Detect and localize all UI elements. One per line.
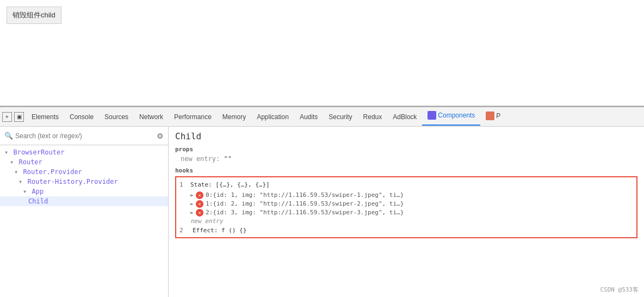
arrow-icon: ▾ — [14, 168, 18, 176]
settings-icon[interactable]: ⚙ — [157, 132, 164, 140]
search-icon: 🔍 — [4, 132, 13, 140]
delete-icon-2[interactable]: ✕ — [196, 209, 203, 216]
tab-components[interactable]: Components — [422, 108, 480, 126]
hooks-box: 1 State: [{…}, {…}, {…}] ► ✕ 0 : {id: 1,… — [175, 176, 637, 238]
tab-p[interactable]: P — [480, 108, 506, 125]
component-tree-panel: 🔍 ⚙ ▾ BrowserRouter ▾ Router ▾ Router.Pr… — [0, 127, 169, 297]
hook-item-2-value: 2 — [206, 209, 209, 216]
component-tree: ▾ BrowserRouter ▾ Router ▾ Router.Provid… — [0, 145, 168, 297]
component-label: BrowserRouter — [13, 148, 64, 156]
hook1-row: 1 State: [{…}, {…}, {…}] — [179, 181, 633, 190]
component-label: Router — [18, 158, 42, 166]
devtools-tabbar: ⌖ ▣ Elements Console Sources Network Per… — [0, 107, 644, 127]
tree-item-router[interactable]: ▾ Router — [0, 157, 168, 167]
delete-icon-0[interactable]: ✕ — [196, 191, 203, 199]
tab-sources[interactable]: Sources — [99, 110, 134, 124]
new-entry-hooks: new entry — [190, 218, 633, 225]
new-entry-key: new entry: — [181, 155, 220, 163]
components-icon — [428, 111, 436, 120]
hook2-number: 2 — [179, 227, 188, 234]
delete-icon-1[interactable]: ✕ — [196, 200, 203, 208]
hook2-row: 2 Effect: f () {} — [179, 227, 633, 234]
devtools-main: 🔍 ⚙ ▾ BrowserRouter ▾ Router ▾ Router.Pr… — [0, 127, 644, 297]
component-label: Router-History.Provider — [27, 178, 117, 185]
component-details-panel: Child props new entry: "" hooks 1 State:… — [169, 127, 644, 297]
arrow-icon: ▾ — [10, 158, 14, 166]
hook-item-0: ► ✕ 0 : {id: 1, img: "http://1.116.59.53… — [190, 191, 633, 199]
arrow-icon: ▾ — [18, 178, 22, 185]
expand-arrow-icon[interactable]: ► — [190, 209, 194, 215]
hooks-section: hooks 1 State: [{…}, {…}, {…}] ► ✕ 0 : {… — [175, 167, 637, 238]
tab-audits[interactable]: Audits — [294, 110, 323, 124]
app-content-area: 销毁组件child — [0, 0, 644, 106]
csdn-watermark: CSDN @533客 — [600, 286, 639, 294]
tab-console[interactable]: Console — [64, 110, 99, 124]
hooks-section-label: hooks — [175, 167, 637, 174]
tree-item-browserrouter[interactable]: ▾ BrowserRouter — [0, 147, 168, 157]
hook2-label: Effect: f () {} — [193, 227, 246, 234]
tab-security[interactable]: Security — [323, 110, 357, 124]
expand-arrow-icon[interactable]: ► — [190, 201, 194, 207]
new-entry-value: "" — [224, 155, 231, 163]
destroy-child-button[interactable]: 销毁组件child — [7, 7, 61, 24]
component-title: Child — [175, 131, 637, 141]
devtools-icon-device[interactable]: ▣ — [14, 112, 24, 122]
hook-item-0-data: {id: 1, img: "http://1.116.59.53/swiper-… — [213, 191, 404, 199]
hook-item-0-content: : — [209, 191, 213, 199]
tab-application[interactable]: Application — [251, 110, 294, 124]
tab-redux[interactable]: Redux — [358, 110, 388, 124]
component-label: App — [32, 188, 44, 195]
tab-memory[interactable]: Memory — [217, 110, 251, 124]
tab-performance[interactable]: Performance — [169, 110, 217, 124]
hook-item-1: ► ✕ 1 : {id: 2, img: "http://1.116.59.53… — [190, 200, 633, 208]
hook1-label: State: [{…}, {…}, {…}] — [190, 181, 270, 190]
devtools-icon-inspect[interactable]: ⌖ — [2, 112, 12, 122]
component-label: Child — [28, 197, 48, 205]
hook-item-1-data: {id: 2, img: "http://1.116.59.53/swiper-… — [213, 200, 404, 207]
hook-item-2: ► ✕ 2 : {id: 3, img: "http://1.116.59.53… — [190, 209, 633, 216]
arrow-icon: ▾ — [4, 148, 8, 156]
tab-network[interactable]: Network — [134, 110, 169, 124]
search-bar: 🔍 ⚙ — [0, 127, 168, 145]
tab-adblock[interactable]: AdBlock — [387, 110, 422, 124]
tree-item-app[interactable]: ▾ App — [0, 187, 168, 196]
hook-item-1-content: : — [209, 200, 213, 207]
new-entry-prop: new entry: "" — [175, 155, 637, 163]
hook-item-0-value: 0 — [206, 191, 209, 199]
props-section-label: props — [175, 146, 637, 153]
tree-item-child[interactable]: Child — [0, 196, 168, 206]
tree-item-router-provider[interactable]: ▾ Router.Provider — [0, 167, 168, 177]
arrow-icon: ▾ — [23, 188, 27, 195]
expand-arrow-icon[interactable]: ► — [190, 192, 194, 198]
tree-item-router-history-provider[interactable]: ▾ Router-History.Provider — [0, 177, 168, 187]
hook-item-2-content: : — [209, 209, 213, 216]
hook1-number: 1 — [179, 181, 188, 190]
hook-item-2-data: {id: 3, img: "http://1.116.59.53/swiper-… — [213, 209, 404, 216]
component-label: Router.Provider — [23, 168, 82, 176]
search-input[interactable] — [15, 132, 154, 140]
hook-item-1-value: 1 — [206, 200, 209, 207]
p-icon — [486, 112, 494, 120]
tab-elements[interactable]: Elements — [26, 110, 64, 124]
devtools-panel: ⌖ ▣ Elements Console Sources Network Per… — [0, 106, 644, 297]
